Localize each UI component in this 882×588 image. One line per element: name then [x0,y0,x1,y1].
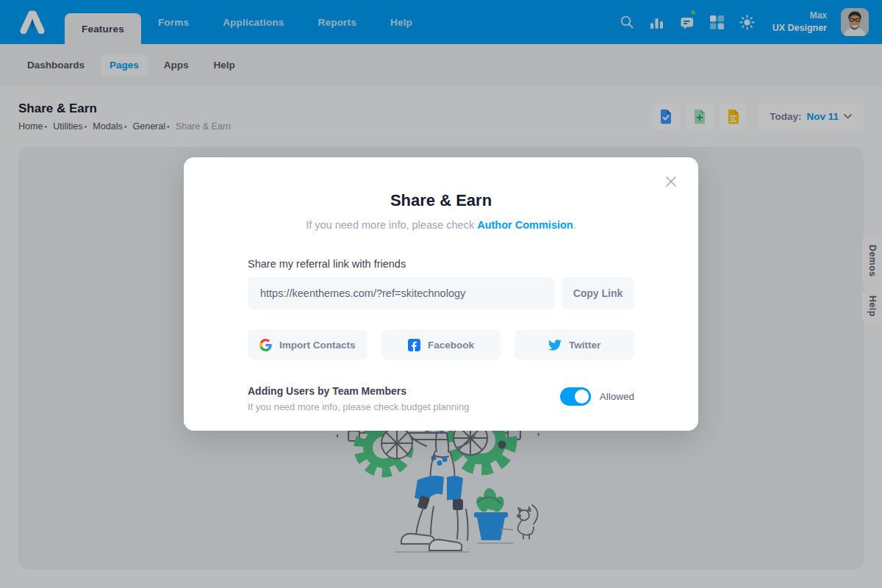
toggle-knob [575,390,589,404]
twitter-icon [548,340,562,351]
modal-subtitle-period: . [573,219,576,231]
import-contacts-label: Import Contacts [279,340,356,351]
setting-text: Adding Users by Team Members If you need… [248,385,469,412]
share-earn-modal: Share & Earn If you need more info, plea… [184,157,698,431]
author-commission-link[interactable]: Author Commision [477,219,573,231]
referral-link-label: Share my referral link with friends [248,258,634,270]
facebook-icon [408,339,420,351]
twitter-button[interactable]: Twitter [514,330,634,359]
referral-link-input[interactable] [248,277,555,309]
twitter-label: Twitter [569,340,600,351]
social-buttons-row: Import Contacts Facebook Twitter [248,330,634,359]
import-contacts-button[interactable]: Import Contacts [248,330,368,359]
setting-subtitle: If you need more info, please check budg… [248,401,469,412]
toggle-label: Allowed [600,391,634,402]
google-icon [259,339,272,351]
close-button[interactable] [663,173,679,190]
modal-subtitle-text: If you need more info, please check [306,219,477,231]
modal-subtitle: If you need more info, please check Auth… [184,219,698,231]
facebook-label: Facebook [428,340,474,351]
facebook-button[interactable]: Facebook [381,330,501,359]
close-icon [666,176,676,187]
toggle-wrap: Allowed [560,387,634,406]
allowed-toggle[interactable] [560,387,591,406]
referral-row: Copy Link [248,277,634,309]
team-members-setting: Adding Users by Team Members If you need… [248,385,634,412]
modal-body: Share my referral link with friends Copy… [184,258,698,412]
modal-title: Share & Earn [184,191,698,210]
copy-link-button[interactable]: Copy Link [562,277,634,309]
setting-title: Adding Users by Team Members [248,385,469,397]
